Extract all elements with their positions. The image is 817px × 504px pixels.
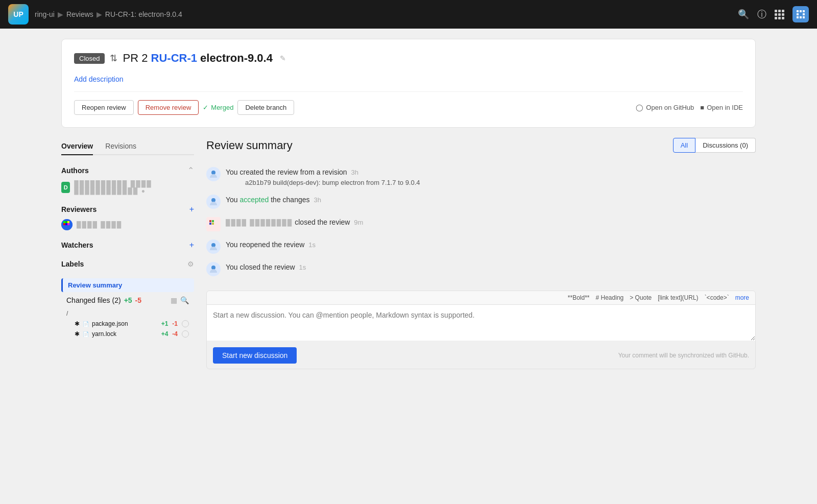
accepted-label: accepted	[240, 196, 269, 204]
file-diff-yarn: +4 -4	[161, 330, 189, 338]
timeline-text-1: You created the review from a revision 3…	[226, 167, 756, 178]
actions-right: ◯ Open on GitHub ■ Open in IDE	[636, 104, 743, 111]
svg-rect-7	[803, 16, 805, 18]
review-card: Closed ⇅ PR 2 RU-CR-1 electron-9.0.4 ✎ A…	[61, 39, 756, 128]
status-badge: Closed	[74, 53, 105, 64]
start-discussion-button[interactable]: Start new discussion	[213, 347, 297, 364]
sync-note: Your comment will be synchronized with G…	[618, 352, 749, 359]
reviewers-header: Reviewers +	[61, 205, 194, 214]
svg-rect-14	[67, 223, 69, 225]
reviewers-section: Reviewers +	[61, 205, 194, 230]
open-in-ide-link[interactable]: ■ Open in IDE	[700, 104, 743, 111]
filter-buttons: All Discussions (0)	[673, 138, 756, 153]
closed-text: closed the review	[295, 218, 350, 226]
timeline-text-2: You accepted the changes 3h	[226, 195, 756, 205]
review-summary-header: Review summary All Discussions (0)	[206, 138, 756, 153]
toolbar-link[interactable]: [link text](URL)	[658, 294, 698, 301]
grid-icon[interactable]	[775, 10, 784, 19]
timeline-avatar-2	[206, 195, 221, 209]
filter-all-button[interactable]: All	[673, 138, 695, 153]
dir-item: /	[66, 308, 189, 319]
file-name-yarn: yarn.lock	[92, 330, 116, 338]
logo: UP	[8, 4, 29, 25]
tab-overview[interactable]: Overview	[61, 138, 93, 155]
collapse-authors-icon[interactable]: ⌃	[187, 165, 194, 175]
comment-textarea[interactable]	[207, 305, 755, 341]
top-nav: UP ring-ui ▶ Reviews ▶ RU-CR-1: electron…	[0, 0, 817, 29]
ide-icon: ■	[700, 104, 704, 111]
file-name-package: package.json	[92, 320, 128, 327]
file-lock-icon: 📄	[83, 331, 89, 337]
add-reviewer-button[interactable]: +	[189, 205, 194, 214]
timeline: You created the review from a revision 3…	[206, 163, 756, 280]
timeline-content-5: You closed the review 1s	[226, 262, 756, 273]
changed-files-section: Changed files (2) +5 -5 ▦ 🔍 / ✱ 📄 packag…	[61, 293, 194, 342]
timeline-item-3: ████ ████████ closed the review 9m	[206, 213, 756, 235]
file-grid-icon[interactable]: ▦	[171, 296, 177, 304]
author-avatar: D	[61, 182, 70, 193]
user-avatar[interactable]	[792, 6, 809, 22]
timeline-content-1: You created the review from a revision 3…	[226, 167, 756, 186]
other-user-blurred: ████ ████████	[226, 219, 293, 226]
yarn-check[interactable]	[182, 330, 189, 338]
timeline-avatar-5	[206, 262, 221, 276]
reviewers-title: Reviewers	[61, 205, 97, 213]
package-check[interactable]	[182, 320, 189, 327]
breadcrumb-ring-ui[interactable]: ring-ui	[35, 10, 55, 18]
pr-number: 2	[141, 52, 148, 64]
timeline-avatar-4	[206, 239, 221, 254]
breadcrumb-reviews[interactable]: Reviews	[66, 10, 93, 18]
body-layout: Overview Revisions Authors ⌃ D █████████…	[61, 138, 756, 369]
remove-review-button[interactable]: Remove review	[138, 100, 199, 115]
toolbar-quote[interactable]: > Quote	[630, 294, 652, 301]
add-watcher-button[interactable]: +	[189, 241, 194, 250]
search-icon[interactable]: 🔍	[738, 9, 749, 20]
timeline-content-4: You reopened the review 1s	[226, 239, 756, 250]
svg-rect-5	[797, 16, 799, 18]
files-added-count: +5	[124, 296, 132, 304]
file-json-icon: 📄	[83, 321, 89, 327]
filter-discussions-button[interactable]: Discussions (0)	[695, 138, 756, 153]
pr-icon: ⇅	[110, 53, 117, 64]
sidebar-item-review-summary[interactable]: Review summary	[61, 278, 194, 292]
labels-settings-icon[interactable]: ⚙	[187, 260, 194, 268]
svg-point-21	[211, 243, 215, 247]
file-item-package[interactable]: ✱ 📄 package.json +1 -1	[66, 319, 189, 329]
file-item-yarn[interactable]: ✱ 📄 yarn.lock +4 -4	[66, 329, 189, 339]
review-summary-title: Review summary	[206, 139, 293, 152]
svg-point-22	[211, 266, 215, 270]
help-icon[interactable]: ⓘ	[757, 8, 766, 20]
svg-point-15	[211, 171, 215, 175]
breadcrumb-current: RU-CR-1: electron-9.0.4	[105, 10, 182, 18]
timeline-item-5: You closed the review 1s	[206, 258, 756, 280]
pr-id[interactable]: RU-CR-1	[151, 52, 197, 64]
svg-rect-19	[209, 223, 211, 225]
toolbar-heading[interactable]: # Heading	[596, 294, 624, 301]
toolbar-more[interactable]: more	[735, 294, 749, 301]
edit-icon[interactable]: ✎	[280, 54, 286, 62]
pr-title: PR 2 RU-CR-1 electron-9.0.4	[123, 52, 272, 65]
open-on-github-link[interactable]: ◯ Open on GitHub	[636, 104, 694, 111]
toolbar-bold[interactable]: **Bold**	[568, 294, 590, 301]
svg-rect-6	[800, 16, 802, 18]
svg-rect-0	[797, 10, 799, 12]
delete-branch-button[interactable]: Delete branch	[237, 100, 294, 115]
toolbar-code[interactable]: `<code>`	[705, 294, 729, 301]
timeline-text-created: You created the review from a revision	[226, 168, 347, 176]
reopen-review-button[interactable]: Reopen review	[74, 100, 134, 115]
labels-section: Labels ⚙	[61, 260, 194, 268]
svg-rect-13	[67, 221, 69, 223]
check-icon: ✓	[203, 104, 208, 111]
svg-rect-11	[63, 223, 65, 225]
changed-files-header: Changed files (2) +5 -5 ▦ 🔍	[66, 296, 189, 304]
svg-rect-3	[797, 13, 799, 15]
tab-revisions[interactable]: Revisions	[105, 138, 136, 155]
reviewer-item: ████ ████	[61, 219, 194, 230]
github-icon: ◯	[636, 104, 643, 111]
add-description-link[interactable]: Add description	[74, 75, 743, 83]
timeline-time-2: 3h	[314, 196, 321, 204]
breadcrumb: ring-ui ▶ Reviews ▶ RU-CR-1: electron-9.…	[35, 10, 182, 18]
file-search-icon[interactable]: 🔍	[180, 296, 189, 304]
timeline-item-1: You created the review from a revision 3…	[206, 163, 756, 190]
authors-title: Authors	[61, 166, 89, 175]
